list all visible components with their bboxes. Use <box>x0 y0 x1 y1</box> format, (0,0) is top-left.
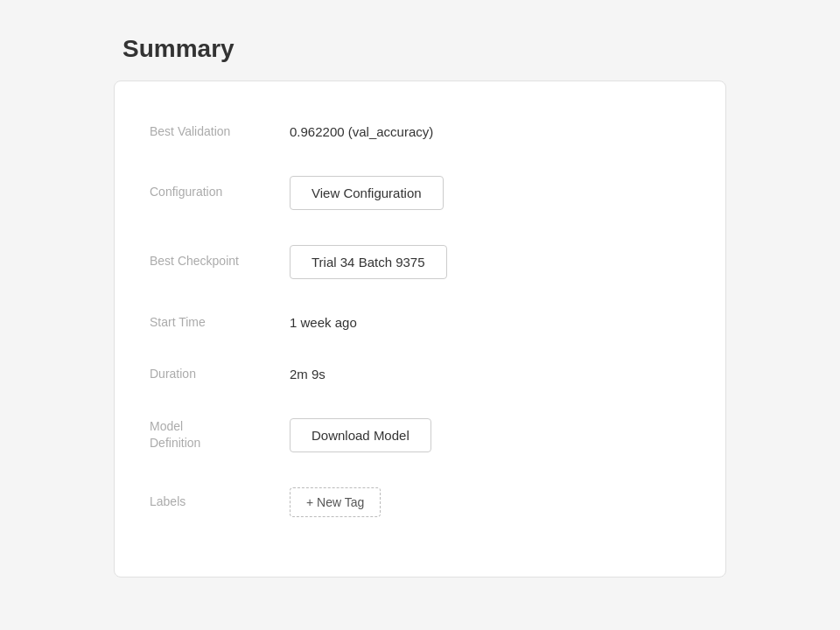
row-duration: Duration2m 9s <box>150 350 690 399</box>
row-configuration: ConfigurationView Configuration <box>150 160 690 226</box>
label-labels: Labels <box>150 494 290 511</box>
page-container: Summary Best Validation0.962200 (val_acc… <box>114 35 726 578</box>
label-model-definition: ModelDefinition <box>150 418 290 452</box>
button-configuration[interactable]: View Configuration <box>290 176 444 210</box>
row-best-validation: Best Validation0.962200 (val_accuracy) <box>150 108 690 157</box>
row-start-time: Start Time1 week ago <box>150 298 690 347</box>
label-duration: Duration <box>150 366 290 383</box>
value-best-validation: 0.962200 (val_accuracy) <box>290 124 433 139</box>
value-duration: 2m 9s <box>290 367 326 382</box>
button-model-definition[interactable]: Download Model <box>290 418 431 452</box>
row-best-checkpoint: Best CheckpointTrial 34 Batch 9375 <box>150 229 690 295</box>
button-best-checkpoint[interactable]: Trial 34 Batch 9375 <box>290 245 447 279</box>
label-configuration: Configuration <box>150 184 290 201</box>
row-model-definition: ModelDefinitionDownload Model <box>150 402 690 468</box>
label-best-checkpoint: Best Checkpoint <box>150 253 290 270</box>
value-start-time: 1 week ago <box>290 315 357 330</box>
row-labels: Labels+ New Tag <box>150 472 690 533</box>
label-best-validation: Best Validation <box>150 123 290 141</box>
button-labels[interactable]: + New Tag <box>290 487 381 517</box>
page-title: Summary <box>114 35 726 63</box>
summary-card: Best Validation0.962200 (val_accuracy)Co… <box>114 80 726 578</box>
label-start-time: Start Time <box>150 314 290 332</box>
